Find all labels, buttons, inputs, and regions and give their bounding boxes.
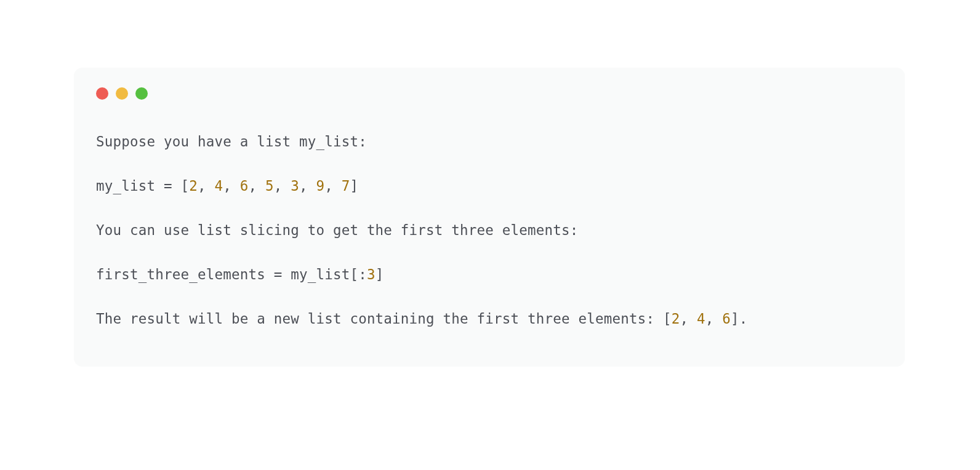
window-controls [96,87,883,100]
number-literal: 4 [697,311,705,327]
code-block: Suppose you have a list my_list: my_list… [96,130,883,330]
sep: , [299,178,316,194]
sep: , [324,178,342,194]
code-card: Suppose you have a list my_list: my_list… [74,68,905,367]
code-line-1: Suppose you have a list my_list: [96,133,367,149]
sep: , [248,178,265,194]
number-literal: 3 [367,266,376,282]
zoom-icon[interactable] [135,87,148,100]
code-line-2-tail: ] [350,178,358,194]
number-literal: 6 [240,178,249,194]
sep: , [705,311,723,327]
code-line-5-tail: ]. [731,311,748,327]
number-literal: 9 [316,178,324,194]
number-literal: 2 [672,311,680,327]
number-literal: 3 [291,178,299,194]
sep: , [223,178,240,194]
close-icon[interactable] [96,87,108,100]
number-literal: 7 [342,178,350,194]
code-line-4-tail: ] [376,266,384,282]
code-line-4-lead: first_three_elements = my_list[: [96,266,367,282]
sep: , [198,178,215,194]
code-line-5-lead: The result will be a new list containing… [96,311,672,327]
number-literal: 5 [265,178,274,194]
code-line-2-lead: my_list = [ [96,178,189,194]
number-literal: 4 [214,178,223,194]
code-line-3: You can use list slicing to get the firs… [96,222,579,238]
number-literal: 2 [189,178,198,194]
minimize-icon[interactable] [116,87,128,100]
sep: , [680,311,697,327]
number-literal: 6 [722,311,731,327]
sep: , [274,178,291,194]
